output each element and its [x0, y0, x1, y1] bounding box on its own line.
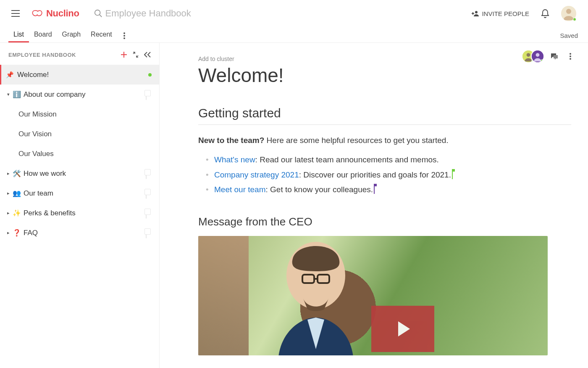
add-page-button[interactable] — [118, 49, 130, 61]
sidebar-item-values[interactable]: Our Values — [0, 144, 159, 164]
svg-point-8 — [527, 53, 530, 57]
svg-point-4 — [123, 32, 125, 34]
tab-graph[interactable]: Graph — [57, 27, 86, 42]
expand-button[interactable] — [130, 49, 142, 61]
intro-strong: New to the team? — [198, 136, 264, 145]
sidebar-item-label: Welcome! — [17, 71, 148, 79]
list-item[interactable]: Meet our team: Get to know your colleagu… — [208, 182, 571, 197]
sidebar-item-label: Our Mission — [18, 110, 57, 119]
menu-button[interactable] — [8, 5, 24, 21]
presence-indicator — [573, 18, 576, 21]
link-whats-new[interactable]: What's new — [214, 155, 255, 164]
kebab-icon — [123, 32, 125, 39]
tab-list[interactable]: List — [8, 27, 29, 42]
intro-rest: Here are some helpful resources to get y… — [264, 136, 448, 145]
play-button[interactable] — [371, 306, 434, 352]
page-tree: 📌 Welcome! ▾ ℹ️ About our company Our Mi… — [0, 65, 159, 368]
pin-icon: 📌 — [6, 71, 14, 79]
sidebar-item-label: Our Vision — [18, 130, 52, 138]
invite-people-button[interactable]: INVITE PEOPLE — [472, 10, 529, 17]
expand-icon — [133, 52, 139, 58]
sidebar-item-welcome[interactable]: 📌 Welcome! — [0, 65, 159, 85]
link-meet-team[interactable]: Meet our team — [214, 185, 266, 194]
question-icon: ❓ — [13, 229, 21, 237]
sidebar-item-team[interactable]: ▸ 👥 Our team — [0, 183, 159, 203]
bell-icon — [541, 9, 549, 18]
search-input[interactable] — [105, 8, 273, 19]
sidebar-item-mission[interactable]: Our Mission — [0, 104, 159, 124]
tools-icon: 🛠️ — [13, 169, 21, 177]
sparkles-icon: ✨ — [13, 209, 21, 217]
section-heading[interactable]: Message from the CEO — [198, 215, 571, 228]
document-toolbar — [526, 50, 576, 63]
tab-label: Graph — [62, 31, 81, 38]
view-tabs: List Board Graph Recent Saved — [0, 27, 588, 43]
sidebar-item-label: Perks & benefits — [24, 209, 146, 217]
ceo-video[interactable] — [198, 236, 548, 355]
svg-point-10 — [536, 53, 540, 57]
section-heading[interactable]: Getting started — [198, 106, 571, 125]
tab-board[interactable]: Board — [29, 27, 57, 42]
copy-icon[interactable] — [146, 92, 152, 98]
sidebar-item-label: Our team — [24, 189, 146, 198]
add-to-cluster[interactable]: Add to cluster — [198, 56, 571, 62]
collapse-sidebar-button[interactable] — [142, 49, 153, 61]
invite-icon — [472, 11, 479, 16]
presence-indicator — [541, 59, 544, 63]
copy-icon[interactable] — [146, 230, 152, 236]
global-search[interactable] — [94, 8, 472, 19]
list-item-text: : Get to know your colleagues. — [266, 185, 373, 194]
intro-paragraph[interactable]: New to the team? Here are some helpful r… — [198, 134, 571, 146]
user-avatar[interactable] — [561, 6, 576, 21]
list-item-text: : Discover our priorities and goals for … — [299, 170, 451, 179]
plus-icon — [121, 51, 127, 58]
sidebar-item-faq[interactable]: ▸ ❓ FAQ — [0, 223, 159, 243]
copy-icon[interactable] — [146, 171, 152, 177]
sidebar-header: EMPLOYEE HANDBOOK — [0, 49, 159, 65]
sidebar-item-perks[interactable]: ▸ ✨ Perks & benefits — [0, 203, 159, 223]
svg-point-6 — [123, 37, 125, 39]
tabs-more-button[interactable] — [117, 32, 131, 42]
tab-label: Board — [34, 31, 52, 38]
main-area: EMPLOYEE HANDBOOK 📌 Welcome! ▾ ℹ️ About … — [0, 43, 588, 368]
link-strategy[interactable]: Company strategy 2021 — [214, 170, 299, 179]
sidebar-item-vision[interactable]: Our Vision — [0, 124, 159, 144]
topbar: Nuclino INVITE PEOPLE — [0, 0, 588, 27]
sidebar-item-about[interactable]: ▾ ℹ️ About our company — [0, 85, 159, 104]
sidebar-item-label: About our company — [24, 90, 146, 99]
list-item[interactable]: What's new: Read our latest team announc… — [208, 152, 571, 167]
sidebar-item-label: How we work — [24, 169, 146, 178]
copy-icon[interactable] — [146, 191, 152, 196]
comments-button[interactable] — [549, 50, 560, 62]
svg-point-5 — [123, 35, 125, 37]
collaborator-cursor — [374, 185, 376, 194]
copy-icon[interactable] — [146, 210, 152, 216]
save-status: Saved — [560, 32, 578, 39]
list-item-text: : Read our latest team announcements and… — [255, 155, 439, 164]
svg-point-13 — [570, 58, 571, 60]
svg-point-3 — [566, 9, 571, 14]
collaborator-cursor — [452, 170, 454, 179]
sidebar: EMPLOYEE HANDBOOK 📌 Welcome! ▾ ℹ️ About … — [0, 43, 160, 368]
chevron-right-icon: ▸ — [6, 171, 11, 176]
tab-label: Recent — [91, 31, 112, 38]
chevrons-left-icon — [144, 52, 151, 58]
tab-recent[interactable]: Recent — [86, 27, 117, 42]
app-name: Nuclino — [46, 8, 79, 19]
hamburger-icon — [11, 10, 20, 17]
brain-icon — [32, 9, 44, 18]
list-item[interactable]: Company strategy 2021: Discover our prio… — [208, 167, 571, 182]
chevron-right-icon: ▸ — [6, 191, 11, 196]
collaborator-avatar[interactable] — [531, 50, 544, 63]
sidebar-item-label: Our Values — [18, 150, 54, 158]
svg-point-0 — [94, 10, 100, 16]
chevron-right-icon: ▸ — [6, 210, 11, 216]
app-logo[interactable]: Nuclino — [32, 8, 79, 19]
presence-indicator — [148, 73, 152, 77]
notifications-button[interactable] — [538, 7, 552, 20]
document-more-button[interactable] — [564, 50, 576, 62]
sidebar-item-how[interactable]: ▸ 🛠️ How we work — [0, 164, 159, 183]
page-title[interactable]: Welcome! — [198, 64, 571, 87]
kebab-icon — [570, 53, 571, 60]
search-icon — [94, 9, 103, 18]
